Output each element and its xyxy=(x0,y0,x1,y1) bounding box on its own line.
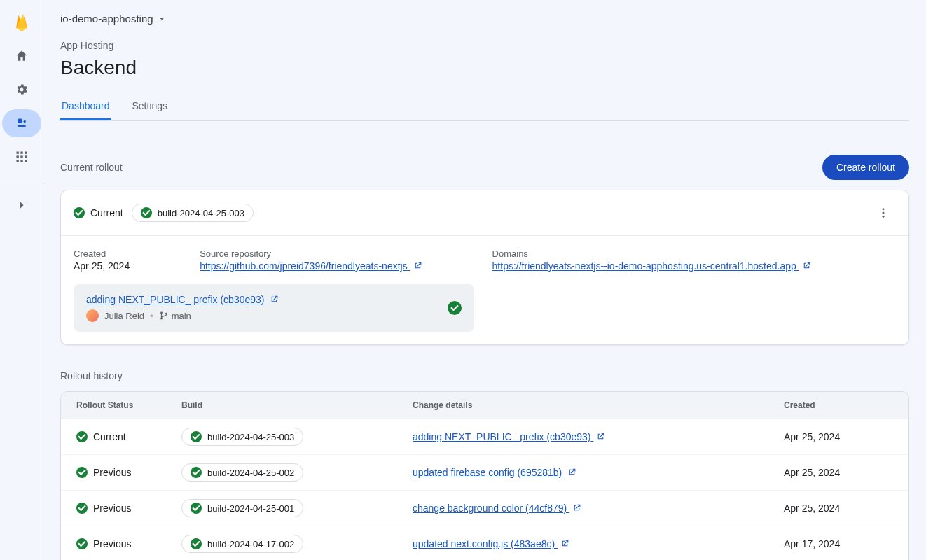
apps-grid-icon[interactable] xyxy=(8,143,36,171)
app-hosting-nav-icon[interactable] xyxy=(2,109,41,137)
firebase-logo-icon[interactable] xyxy=(8,8,36,36)
row-build: build-2024-04-25-003 xyxy=(207,432,294,442)
tab-dashboard[interactable]: Dashboard xyxy=(60,93,111,120)
row-created: Apr 25, 2024 xyxy=(768,455,908,491)
table-row[interactable]: Previousbuild-2024-04-25-002updated fire… xyxy=(61,455,908,491)
external-link-icon xyxy=(413,261,422,270)
row-status: Previous xyxy=(93,467,131,478)
row-created: Apr 25, 2024 xyxy=(768,491,908,526)
build-chip[interactable]: build-2024-04-25-003 xyxy=(132,204,254,222)
svg-point-0 xyxy=(18,118,22,123)
row-build: build-2024-04-25-001 xyxy=(207,503,294,514)
change-link[interactable]: change background color (44cf879) xyxy=(413,503,581,514)
row-change: change background color (44cf879) xyxy=(413,503,567,514)
dropdown-caret-icon xyxy=(158,15,166,23)
build-chip-label: build-2024-04-25-003 xyxy=(158,208,244,218)
breadcrumb: App Hosting xyxy=(60,40,909,51)
svg-rect-4 xyxy=(20,152,22,154)
check-circle-icon xyxy=(448,301,462,315)
repo-label: Source repository xyxy=(200,248,422,259)
created-value: Apr 25, 2024 xyxy=(74,260,130,272)
svg-rect-10 xyxy=(20,160,22,162)
svg-point-17 xyxy=(165,313,167,315)
project-selector[interactable]: io-demo-apphosting xyxy=(60,8,909,29)
commit-link[interactable]: adding NEXT_PUBLIC_ prefix (cb30e93) xyxy=(86,294,279,305)
build-chip[interactable]: build-2024-04-25-002 xyxy=(181,463,303,482)
row-created: Apr 17, 2024 xyxy=(768,526,908,561)
external-link-icon xyxy=(270,295,279,304)
svg-point-13 xyxy=(883,212,885,214)
check-circle-icon xyxy=(191,538,202,550)
check-circle-icon xyxy=(76,467,88,478)
external-link-icon xyxy=(596,432,605,441)
svg-rect-2 xyxy=(18,125,26,127)
domain-link[interactable]: https://friendlyeats-nextjs--io-demo-app… xyxy=(492,260,811,272)
build-chip[interactable]: build-2024-04-17-002 xyxy=(181,535,303,553)
svg-rect-6 xyxy=(16,155,18,158)
change-link[interactable]: updated firebase config (695281b) xyxy=(413,467,576,478)
commit-branch: main xyxy=(172,311,191,321)
commit-summary: adding NEXT_PUBLIC_ prefix (cb30e93) Jul… xyxy=(74,284,474,332)
build-chip[interactable]: build-2024-04-25-001 xyxy=(181,499,303,517)
create-rollout-button[interactable]: Create rollout xyxy=(822,155,909,180)
gear-icon[interactable] xyxy=(8,76,36,104)
table-row[interactable]: Previousbuild-2024-04-25-001change backg… xyxy=(61,491,908,526)
separator-dot: • xyxy=(150,311,153,321)
domains-label: Domains xyxy=(492,248,811,259)
check-circle-icon xyxy=(74,207,85,218)
check-circle-icon xyxy=(141,207,152,218)
svg-point-1 xyxy=(23,120,25,122)
svg-rect-5 xyxy=(25,152,27,154)
check-circle-icon xyxy=(191,503,202,514)
source-repo-link[interactable]: https://github.com/jpreid7396/friendlyea… xyxy=(200,260,422,272)
tab-settings[interactable]: Settings xyxy=(131,93,170,120)
home-icon[interactable] xyxy=(8,42,36,70)
check-circle-icon xyxy=(191,467,202,478)
tab-bar: Dashboard Settings xyxy=(60,93,909,121)
col-header-build: Build xyxy=(166,392,397,419)
rollout-history-label: Rollout history xyxy=(60,370,909,382)
more-vert-icon xyxy=(877,206,890,219)
svg-rect-11 xyxy=(25,160,27,162)
row-status: Previous xyxy=(93,538,131,550)
row-build: build-2024-04-25-002 xyxy=(207,468,294,478)
rollout-status-value: Current xyxy=(90,207,123,218)
col-header-created: Created xyxy=(768,392,908,419)
main-content: io-demo-apphosting App Hosting Backend D… xyxy=(43,0,926,560)
check-circle-icon xyxy=(76,503,88,514)
left-nav xyxy=(0,0,43,560)
external-link-icon xyxy=(802,261,811,270)
git-branch-icon xyxy=(159,311,169,321)
svg-point-15 xyxy=(160,312,163,314)
page-title: Backend xyxy=(60,57,909,79)
check-circle-icon xyxy=(76,538,88,550)
table-row[interactable]: Previousbuild-2024-04-17-002updated next… xyxy=(61,526,908,561)
project-name: io-demo-apphosting xyxy=(60,13,153,24)
svg-point-16 xyxy=(160,318,163,320)
svg-rect-9 xyxy=(16,160,18,162)
build-chip[interactable]: build-2024-04-25-003 xyxy=(181,428,303,446)
col-header-change: Change details xyxy=(397,392,768,419)
row-status: Previous xyxy=(93,503,131,514)
expand-nav-icon[interactable] xyxy=(8,191,36,219)
svg-point-12 xyxy=(883,208,885,210)
external-link-icon xyxy=(560,539,569,548)
external-link-icon xyxy=(572,503,581,512)
table-row[interactable]: Currentbuild-2024-04-25-003adding NEXT_P… xyxy=(61,419,908,455)
svg-point-14 xyxy=(883,216,885,218)
commit-author: Julia Reid xyxy=(104,311,144,321)
svg-rect-7 xyxy=(20,155,22,158)
change-link[interactable]: adding NEXT_PUBLIC_ prefix (cb30e93) xyxy=(413,431,605,442)
svg-rect-3 xyxy=(16,152,18,154)
current-rollout-card: Current build-2024-04-25-003 Created Apr… xyxy=(60,190,909,345)
col-header-status: Rollout Status xyxy=(61,392,166,419)
current-rollout-label: Current rollout xyxy=(60,162,123,173)
change-link[interactable]: updated next.config.js (483ae8c) xyxy=(413,538,569,550)
more-menu-button[interactable] xyxy=(871,200,896,225)
rollout-history-table: Rollout Status Build Change details Crea… xyxy=(60,391,909,560)
row-change: updated next.config.js (483ae8c) xyxy=(413,538,555,550)
row-build: build-2024-04-17-002 xyxy=(207,539,294,550)
created-label: Created xyxy=(74,248,130,259)
check-circle-icon xyxy=(76,431,88,442)
row-change: updated firebase config (695281b) xyxy=(413,467,562,478)
